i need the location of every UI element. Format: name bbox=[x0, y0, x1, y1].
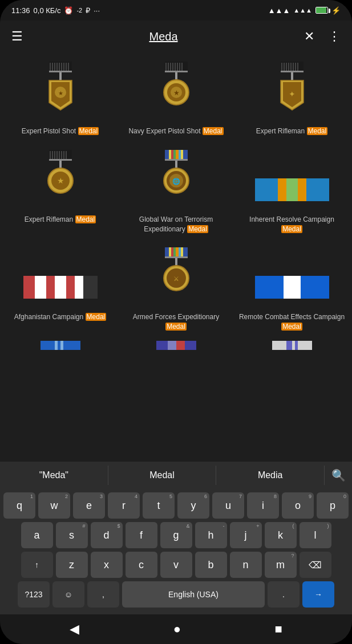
svg-rect-51 bbox=[59, 161, 62, 169]
key-k[interactable]: (k bbox=[265, 522, 297, 548]
close-button[interactable]: ✕ bbox=[302, 27, 317, 46]
wifi-icon: ▲▲▲ bbox=[293, 7, 312, 14]
svg-rect-108 bbox=[292, 341, 295, 350]
svg-rect-94 bbox=[255, 276, 284, 299]
key-emoji[interactable]: ☺ bbox=[52, 581, 84, 608]
svg-rect-107 bbox=[286, 341, 292, 350]
suggestions-bar: "Meda" Medal Media 🔍 bbox=[0, 462, 352, 489]
key-j[interactable]: +j bbox=[230, 522, 262, 548]
key-shift[interactable]: ↑ bbox=[21, 552, 53, 578]
key-comma[interactable]: , bbox=[87, 581, 119, 608]
medal-item[interactable]: ✦ Expert Rifleman Medal bbox=[236, 57, 347, 141]
keyboard-row-3: ↑ z x c v b n ?m ⌫ bbox=[2, 552, 350, 578]
key-u[interactable]: 7u bbox=[212, 492, 244, 519]
medal-label-5: Global War on Terrorism Expeditionary Me… bbox=[123, 215, 229, 234]
partial-medal-2[interactable] bbox=[120, 339, 232, 367]
key-b[interactable]: b bbox=[195, 552, 227, 578]
key-c[interactable]: c bbox=[126, 552, 157, 578]
key-m[interactable]: ?m bbox=[265, 552, 297, 578]
svg-rect-82 bbox=[169, 247, 171, 258]
svg-text:⚔: ⚔ bbox=[173, 275, 179, 282]
key-v[interactable]: v bbox=[160, 552, 192, 578]
key-backspace[interactable]: ⌫ bbox=[300, 552, 331, 578]
svg-text:★: ★ bbox=[56, 176, 64, 185]
svg-rect-81 bbox=[165, 247, 169, 258]
key-g[interactable]: &g bbox=[160, 522, 192, 548]
medal-item[interactable]: ★ Expert Pistol Shot Medal bbox=[5, 57, 116, 141]
key-o[interactable]: 9o bbox=[282, 492, 314, 519]
svg-rect-57 bbox=[171, 150, 173, 160]
medal-item[interactable]: ★ Navy Expert Pistol Shot Medal bbox=[120, 57, 232, 141]
charging-icon: ⚡ bbox=[331, 6, 341, 15]
key-s[interactable]: #s bbox=[56, 522, 88, 548]
suggestion-3[interactable]: Media bbox=[216, 466, 325, 485]
svg-rect-60 bbox=[179, 150, 181, 160]
medal-image-8: ⚔ bbox=[123, 247, 229, 310]
svg-rect-62 bbox=[183, 150, 188, 160]
key-i[interactable]: 8i bbox=[247, 492, 279, 519]
location-icon: -2 bbox=[76, 7, 82, 14]
key-z[interactable]: z bbox=[56, 552, 88, 578]
medal-image-7 bbox=[7, 247, 114, 310]
svg-rect-87 bbox=[181, 247, 183, 258]
key-w[interactable]: 2w bbox=[38, 492, 70, 519]
key-t[interactable]: 5t bbox=[143, 492, 175, 519]
recent-button[interactable]: ■ bbox=[270, 617, 286, 641]
suggestion-1[interactable]: "Meda" bbox=[0, 466, 108, 485]
key-f[interactable]: f bbox=[126, 522, 157, 548]
svg-rect-89 bbox=[165, 256, 188, 258]
svg-rect-83 bbox=[171, 247, 173, 258]
key-q[interactable]: 1q bbox=[3, 492, 35, 519]
key-n[interactable]: n bbox=[230, 552, 262, 578]
status-bar-left: 11:36 0,0 КБ/с ⏰ -2 ₽ ··· bbox=[11, 6, 100, 15]
key-period[interactable]: . bbox=[268, 581, 300, 608]
svg-text:★: ★ bbox=[173, 89, 179, 97]
medal-item[interactable]: Inherent Resolve Campaign Medal bbox=[236, 145, 347, 239]
medal-item[interactable]: 🌐 Global War on Terrorism Expeditionary … bbox=[120, 145, 232, 239]
key-d[interactable]: $d bbox=[91, 522, 123, 548]
svg-rect-50 bbox=[49, 159, 72, 161]
svg-rect-11 bbox=[59, 72, 62, 80]
medal-highlight-8: Medal bbox=[165, 323, 187, 331]
svg-rect-24 bbox=[175, 72, 177, 80]
svg-rect-73 bbox=[306, 178, 329, 201]
medal-highlight-9: Medal bbox=[281, 323, 302, 331]
keyboard-row-1: 1q 2w 3e 4r 5t 6y 7u 8i 9o 0p bbox=[2, 492, 350, 519]
svg-rect-106 bbox=[272, 341, 286, 350]
key-space[interactable]: English (USA) bbox=[122, 581, 265, 608]
medal-image-6 bbox=[238, 150, 345, 213]
svg-rect-59 bbox=[176, 150, 179, 160]
key-e[interactable]: 3e bbox=[73, 492, 105, 519]
back-button[interactable]: ◀ bbox=[65, 617, 84, 641]
svg-rect-86 bbox=[179, 247, 181, 258]
medal-item[interactable]: Afghanistan Campaign Medal bbox=[5, 243, 116, 336]
svg-rect-110 bbox=[298, 341, 312, 350]
svg-rect-74 bbox=[23, 276, 35, 299]
key-a[interactable]: a bbox=[21, 522, 53, 548]
medal-item[interactable]: ⚔ Armed Forces Expeditionary Medal bbox=[120, 243, 232, 336]
more-options-button[interactable]: ⋮ bbox=[326, 27, 343, 46]
key-l[interactable]: )l bbox=[300, 522, 331, 548]
svg-rect-109 bbox=[295, 341, 298, 350]
key-r[interactable]: 4r bbox=[108, 492, 140, 519]
medal-item[interactable]: ★ Expert Rifleman Medal bbox=[5, 145, 116, 239]
partial-medal-1[interactable] bbox=[5, 339, 116, 367]
medal-highlight-4: Medal bbox=[75, 215, 96, 223]
svg-rect-10 bbox=[49, 71, 72, 72]
partial-medal-3[interactable] bbox=[236, 339, 347, 367]
svg-rect-76 bbox=[46, 276, 55, 299]
medal-image-9 bbox=[238, 247, 345, 310]
partial-medals-row bbox=[5, 339, 347, 367]
key-numbers[interactable]: ?123 bbox=[18, 581, 50, 608]
search-suggestion-icon[interactable]: 🔍 bbox=[325, 468, 352, 482]
home-button[interactable]: ● bbox=[169, 617, 185, 641]
key-h[interactable]: -h bbox=[195, 522, 227, 548]
key-x[interactable]: x bbox=[91, 552, 123, 578]
svg-rect-101 bbox=[63, 341, 80, 350]
medal-item[interactable]: Remote Combat Effects Campaign Medal bbox=[236, 243, 347, 336]
key-p[interactable]: 0p bbox=[317, 492, 349, 519]
key-y[interactable]: 6y bbox=[177, 492, 209, 519]
suggestion-2[interactable]: Medal bbox=[108, 466, 217, 485]
key-enter[interactable]: → bbox=[302, 581, 334, 608]
menu-button[interactable]: ☰ bbox=[9, 27, 25, 46]
